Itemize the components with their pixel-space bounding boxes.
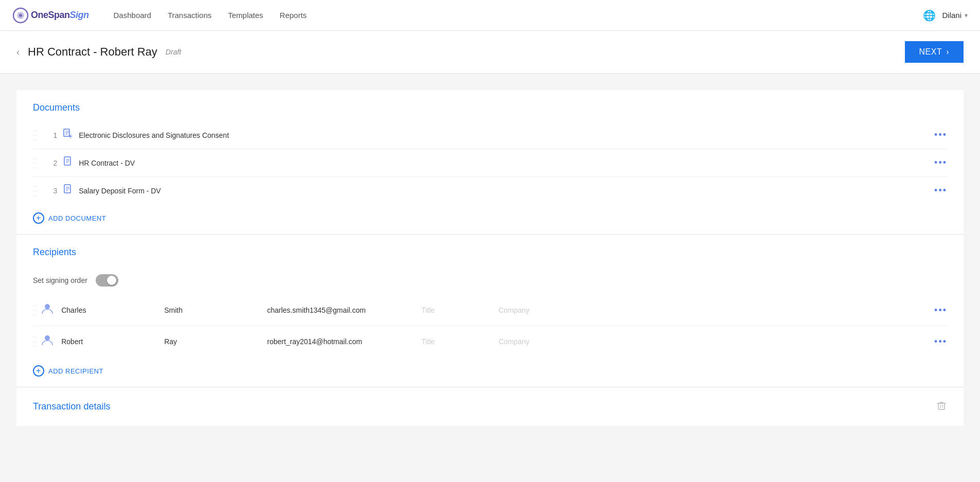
add-document-label: ADD DOCUMENT — [48, 215, 106, 222]
recipient-avatar-icon — [41, 333, 61, 350]
recipient-first-name: Robert — [61, 337, 164, 346]
svg-rect-9 — [938, 403, 945, 409]
signing-order-row: Set signing order — [16, 266, 964, 295]
drag-handle — [33, 335, 37, 348]
recipient-company-placeholder: Company — [498, 337, 926, 346]
drag-handle — [33, 304, 37, 316]
nav-transactions[interactable]: Transactions — [168, 9, 211, 22]
recipients-title: Recipients — [16, 235, 964, 266]
recipient-item: Charles Smith charles.smith1345@gmail.co… — [33, 295, 947, 326]
doc-name: HR Contract - DV — [79, 159, 928, 167]
recipient-more-button[interactable]: ••• — [926, 336, 947, 347]
logo-text: OneSpanSign — [31, 10, 89, 21]
doc-icon — [63, 156, 73, 169]
recipient-email: robert_ray2014@hotmail.com — [267, 337, 421, 346]
main-content: Documents 1 Electronic Disclosures and S… — [0, 74, 980, 442]
signing-order-toggle[interactable] — [96, 274, 118, 287]
doc-number: 2 — [47, 159, 57, 167]
add-document-button[interactable]: + ADD DOCUMENT — [16, 204, 964, 234]
logo-icon — [12, 7, 29, 24]
page-title: HR Contract - Robert Ray — [28, 45, 157, 59]
doc-name: Electronic Disclosures and Signatures Co… — [79, 131, 928, 139]
plus-circle-icon: + — [33, 212, 44, 224]
next-button[interactable]: NEXT › — [905, 41, 964, 63]
doc-icon — [63, 184, 73, 197]
add-recipient-label: ADD RECIPIENT — [48, 367, 103, 375]
trash-icon[interactable] — [936, 400, 947, 414]
document-item: 1 Electronic Disclosures and Signatures … — [33, 121, 947, 149]
document-item: 3 Salary Deposit Form - DV ••• — [33, 177, 947, 204]
add-recipient-button[interactable]: + ADD RECIPIENT — [16, 357, 964, 387]
logo: OneSpanSign — [12, 7, 89, 24]
nav-right: 🌐 Dilani ▾ — [923, 9, 968, 22]
drag-handle — [33, 157, 37, 169]
svg-point-2 — [19, 14, 22, 17]
recipient-avatar-icon — [41, 302, 61, 318]
recipient-list: Charles Smith charles.smith1345@gmail.co… — [16, 295, 964, 357]
doc-name: Salary Deposit Form - DV — [79, 187, 928, 195]
recipient-last-name: Ray — [164, 337, 267, 346]
doc-number: 1 — [47, 131, 57, 139]
svg-point-7 — [45, 304, 50, 309]
recipient-more-button[interactable]: ••• — [926, 305, 947, 316]
nav-reports[interactable]: Reports — [280, 9, 307, 22]
doc-more-button[interactable]: ••• — [934, 185, 947, 196]
page-header: ‹ HR Contract - Robert Ray Draft NEXT › — [0, 31, 980, 74]
documents-section: Documents 1 Electronic Disclosures and S… — [16, 90, 964, 234]
recipient-title-placeholder: Title — [421, 306, 498, 314]
recipients-section: Recipients Set signing order Charles Smi… — [16, 235, 964, 387]
drag-handle — [33, 185, 37, 197]
back-button[interactable]: ‹ — [16, 47, 20, 58]
status-badge: Draft — [166, 48, 181, 56]
documents-title: Documents — [16, 90, 964, 121]
svg-point-8 — [45, 335, 50, 341]
next-arrow-icon: › — [946, 47, 949, 57]
doc-icon — [63, 129, 73, 141]
recipient-company-placeholder: Company — [498, 306, 926, 314]
document-list: 1 Electronic Disclosures and Signatures … — [16, 121, 964, 204]
nav-links: Dashboard Transactions Templates Reports — [114, 9, 907, 22]
recipient-last-name: Smith — [164, 306, 267, 314]
globe-icon[interactable]: 🌐 — [923, 9, 936, 22]
chevron-down-icon: ▾ — [965, 12, 968, 19]
document-item: 2 HR Contract - DV ••• — [33, 149, 947, 177]
doc-number: 3 — [47, 187, 57, 195]
transaction-section: Transaction details — [16, 387, 964, 426]
nav-templates[interactable]: Templates — [228, 9, 263, 22]
nav-dashboard[interactable]: Dashboard — [114, 9, 151, 22]
signing-order-label: Set signing order — [33, 276, 87, 284]
drag-handle — [33, 129, 37, 141]
transaction-details-title: Transaction details — [33, 401, 110, 412]
recipient-item: Robert Ray robert_ray2014@hotmail.com Ti… — [33, 326, 947, 357]
recipient-title-placeholder: Title — [421, 337, 498, 346]
plus-circle-icon: + — [33, 365, 44, 377]
doc-more-button[interactable]: ••• — [934, 130, 947, 140]
doc-more-button[interactable]: ••• — [934, 157, 947, 168]
navbar: OneSpanSign Dashboard Transactions Templ… — [0, 0, 980, 31]
user-dropdown[interactable]: Dilani ▾ — [942, 11, 968, 20]
recipient-email: charles.smith1345@gmail.com — [267, 306, 421, 314]
user-name: Dilani — [942, 11, 961, 20]
recipient-first-name: Charles — [61, 306, 164, 314]
